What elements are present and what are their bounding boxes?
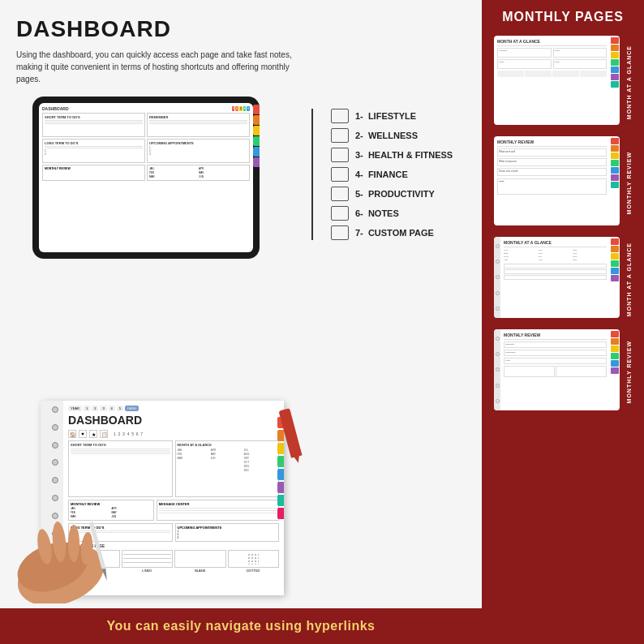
card-inner-4: MONTHLY REVIEW Highlights Challenges Pla… [500,329,610,410]
card-row-2: MONTHLY REVIEW What went well What to im… [488,136,638,230]
list-item-6: 6- NOTES [331,206,465,221]
monthly-card-1: MONTH AT A GLANCE Schedule Goals Notes H… [494,36,620,125]
dashboard-description: Using the dashboard, you can quickly acc… [16,49,292,85]
monthly-card-3: MONTHLY AT A GLANCE JANMAYSEP FEBJUNOCT … [494,237,620,318]
tablet-header: DASHBOARD 1 2 3 4 5 [42,106,250,111]
card-tabs-1 [610,36,620,125]
card-side-label-1: MONTH AT A GLANCE [626,45,632,119]
card-inner-2: MONTHLY REVIEW What went well What to im… [494,136,610,225]
list-item-5: 5- PRODUCTIVITY [331,187,465,201]
card-title-2: MONTHLY REVIEW [497,140,607,144]
card-title-1: MONTH AT A GLANCE [497,39,607,44]
list-box-3 [331,148,349,162]
bottom-bar-text: You can easily navigate using hyperlinks [107,619,376,633]
card-row-4: MONTHLY REVIEW Highlights Challenges Pla… [488,329,638,415]
list-box-5 [331,187,349,201]
message-center-section: MESSAGE CENTER [157,500,279,521]
list-label-1: 1- LIFESTYLE [355,111,416,121]
short-todo-section: SHORT TERM TO DO'S [68,440,173,497]
left-section: DASHBOARD Using the dashboard, you can q… [0,0,482,644]
left-content-area: DASHBOARD 1 2 3 4 5 SHORT TERM TO DO'S [16,97,469,644]
notebook-tabs-top: YEAR 1 2 3 4 5 DASH [68,406,279,411]
hand-illustration [12,506,142,603]
tablet-grid: SHORT TERM TO DO'S REMEMBER [42,113,250,137]
tablet-long-todo: LONG TERM TO DO'S 1. 2. [42,139,145,163]
list-label-6: 6- NOTES [355,208,399,218]
list-label-2: 2- WELLNESS [355,131,418,140]
list-label-3: 3- HEALTH & FITNESS [355,150,453,160]
tablet-dashboard-label: DASHBOARD [42,106,69,111]
dotted-label: DOTTED [228,569,280,573]
monthly-card-4: MONTHLY REVIEW Highlights Challenges Pla… [494,329,620,410]
list-item-3: 3- HEALTH & FITNESS [331,148,465,162]
card-title-3: MONTHLY AT A GLANCE [504,240,607,245]
card-tabs-3 [610,237,620,318]
card-side-label-4: MONTHLY REVIEW [626,341,632,403]
card-tabs-2 [610,136,620,225]
blank-cell [174,550,226,568]
list-box-4 [331,167,349,182]
card-title-4: MONTHLY REVIEW [504,333,607,337]
list-label-5: 5- PRODUCTIVITY [355,189,435,199]
card-row-3: MONTHLY AT A GLANCE JANMAYSEP FEBJUNOCT … [488,237,638,323]
notebook-icons: 🏠 ♥ ★ 📋 1 2 3 4 5 6 7 [68,430,279,438]
notebook-container: YEAR 1 2 3 4 5 DASH DASHBOARD 🏠 ♥ [16,401,292,603]
list-item-7: 7- CUSTOM PAGE [331,225,465,240]
dashboard-title: DASHBOARD [16,16,469,42]
notebook-title: DASHBOARD [68,414,279,427]
appointments-section: UPCOMING APPOINTMENTS 1. 2. 3. [175,523,280,542]
list-item-4: 4- FINANCE [331,167,465,182]
list-item-1: 1- LIFESTYLE [331,109,465,123]
monthly-card-2: MONTHLY REVIEW What went well What to im… [494,136,620,225]
card-wrapper-4: MONTHLY REVIEW Highlights Challenges Pla… [494,329,632,415]
list-box-6 [331,206,349,221]
card-wrapper-2: MONTHLY REVIEW What went well What to im… [494,136,632,230]
tablet-bottom-row: MONTHLY REVIEW JANAPR FEBMAY MARJUN [42,165,250,181]
card-wrapper-1: MONTH AT A GLANCE Schedule Goals Notes H… [494,36,632,130]
tablet-short-todo: SHORT TERM TO DO'S [42,113,145,137]
card-spiral-4 [494,329,500,410]
feature-list: 1- LIFESTYLE 2- WELLNESS 3- HEALTH & FIT… [319,109,465,245]
card-inner-3: MONTHLY AT A GLANCE JANMAYSEP FEBJUNOCT … [500,237,610,318]
tablet-remember: REMEMBER [147,113,250,137]
svg-marker-7 [102,569,109,582]
list-box-1 [331,109,349,123]
month-at-glance-section: MONTH AT A GLANCE JANAPRJUL FEBMAYAUG MA… [175,440,280,497]
card-inner-1: MONTH AT A GLANCE Schedule Goals Notes H… [494,36,610,125]
tablet-device: DASHBOARD 1 2 3 4 5 SHORT TERM TO DO'S [32,97,260,259]
notebook-right-tabs [277,417,284,519]
list-vertical-line [311,109,313,240]
list-label-4: 4- FINANCE [355,170,408,179]
list-box-7 [331,225,349,240]
bottom-bar: You can easily navigate using hyperlinks [0,608,482,644]
list-item-2: 2- WELLNESS [331,128,465,143]
card-spiral [494,237,500,318]
list-label-7: 7- CUSTOM PAGE [355,228,434,238]
card-row-1: MONTH AT A GLANCE Schedule Goals Notes H… [488,36,638,130]
tablet-screen: DASHBOARD 1 2 3 4 5 SHORT TERM TO DO'S [39,103,253,252]
right-section: MONTHLY PAGES MONTH AT A GLANCE Schedule… [482,0,644,644]
card-side-label-2: MONTHLY REVIEW [626,152,632,214]
tablet-grid-2: LONG TERM TO DO'S 1. 2. UPCOMING APPOINT… [42,139,250,163]
list-box-2 [331,128,349,143]
card-side-label-3: MONTH AT A GLANCE [626,243,632,316]
monthly-pages-title: MONTHLY PAGES [502,10,624,24]
tablet-appointments: UPCOMING APPOINTMENTS 1. 2. 3. [147,139,250,163]
card-tabs-4 [610,329,620,410]
blank-label: BLANK [174,569,226,573]
notebook-main-grid: SHORT TERM TO DO'S MONTH AT A GLANCE JAN… [68,440,279,497]
svg-point-4 [68,525,79,562]
dotted-cell [228,550,280,568]
card-wrapper-3: MONTHLY AT A GLANCE JANMAYSEP FEBJUNOCT … [494,237,632,323]
